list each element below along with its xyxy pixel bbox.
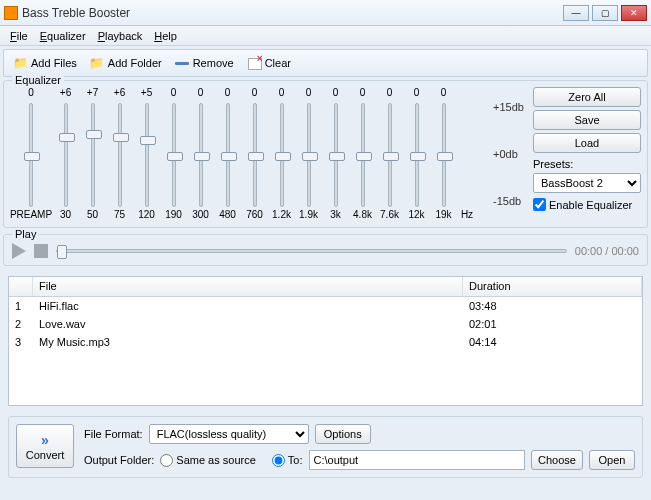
row-index: 1 — [9, 299, 33, 313]
menu-file[interactable]: File — [4, 28, 34, 44]
remove-button[interactable]: Remove — [170, 53, 238, 73]
eq-slider[interactable] — [307, 103, 311, 207]
preset-select[interactable]: BassBoost 2 — [533, 173, 641, 193]
remove-label: Remove — [193, 57, 234, 69]
eq-value: +6 — [114, 87, 125, 101]
presets-label: Presets: — [533, 158, 641, 170]
eq-band-1.2k: 01.2k — [268, 87, 295, 223]
preamp-label: PREAMP — [10, 209, 52, 223]
eq-freq: 75 — [114, 209, 125, 223]
eq-slider[interactable] — [253, 103, 257, 207]
preamp-value: 0 — [28, 87, 34, 101]
eq-value: +7 — [87, 87, 98, 101]
eq-freq: 7.6k — [380, 209, 399, 223]
eq-slider[interactable] — [280, 103, 284, 207]
clear-icon — [246, 55, 262, 71]
close-button[interactable]: ✕ — [621, 5, 647, 21]
eq-freq: 300 — [192, 209, 209, 223]
eq-band-3k: 03k — [322, 87, 349, 223]
eq-freq: 30 — [60, 209, 71, 223]
eq-slider[interactable] — [361, 103, 365, 207]
table-row[interactable]: 1HiFi.flac03:48 — [9, 297, 642, 315]
eq-slider[interactable] — [388, 103, 392, 207]
eq-value: 0 — [387, 87, 393, 101]
col-duration[interactable]: Duration — [463, 277, 642, 296]
titlebar: Bass Treble Booster — ▢ ✕ — [0, 0, 651, 26]
table-row[interactable]: 3My Music.mp304:14 — [9, 333, 642, 351]
file-list: File Duration 1HiFi.flac03:482Love.wav02… — [8, 276, 643, 406]
eq-freq: 120 — [138, 209, 155, 223]
eq-freq: 4.8k — [353, 209, 372, 223]
eq-slider[interactable] — [442, 103, 446, 207]
stop-button[interactable] — [34, 244, 48, 258]
eq-sliders: 0 PREAMP +630+750+675+512001900300048007… — [10, 87, 493, 223]
file-list-header: File Duration — [9, 277, 642, 297]
eq-value: 0 — [279, 87, 285, 101]
row-file: HiFi.flac — [33, 299, 463, 313]
eq-band-120: +5120 — [133, 87, 160, 223]
eq-slider[interactable] — [91, 103, 95, 207]
play-button[interactable] — [12, 243, 26, 259]
eq-band-19k: 019k — [430, 87, 457, 223]
eq-band-480: 0480 — [214, 87, 241, 223]
table-row[interactable]: 2Love.wav02:01 — [9, 315, 642, 333]
menubar: File Equalizer Playback Help — [0, 26, 651, 46]
eq-band-75: +675 — [106, 87, 133, 223]
convert-label: Convert — [26, 449, 65, 461]
convert-button[interactable]: » Convert — [16, 424, 74, 468]
window-title: Bass Treble Booster — [22, 6, 563, 20]
play-panel: Play 00:00 / 00:00 — [3, 234, 648, 266]
menu-help[interactable]: Help — [148, 28, 183, 44]
eq-value: 0 — [333, 87, 339, 101]
eq-value: 0 — [306, 87, 312, 101]
load-button[interactable]: Load — [533, 133, 641, 153]
menu-equalizer[interactable]: Equalizer — [34, 28, 92, 44]
toolbar: 📁 Add Files 📁 Add Folder Remove Clear — [3, 49, 648, 77]
eq-slider[interactable] — [334, 103, 338, 207]
same-as-source-radio[interactable]: Same as source — [160, 454, 255, 467]
eq-slider[interactable] — [118, 103, 122, 207]
convert-panel: » Convert File Format: FLAC(lossless qua… — [8, 416, 643, 478]
eq-slider[interactable] — [415, 103, 419, 207]
add-folder-label: Add Folder — [108, 57, 162, 69]
eq-value: 0 — [171, 87, 177, 101]
open-button[interactable]: Open — [589, 450, 635, 470]
eq-slider[interactable] — [226, 103, 230, 207]
eq-freq: 1.2k — [272, 209, 291, 223]
zero-all-button[interactable]: Zero All — [533, 87, 641, 107]
eq-slider[interactable] — [199, 103, 203, 207]
time-display: 00:00 / 00:00 — [575, 245, 639, 257]
add-files-label: Add Files — [31, 57, 77, 69]
eq-freq: 480 — [219, 209, 236, 223]
row-index: 3 — [9, 335, 33, 349]
output-path-input[interactable] — [309, 450, 526, 470]
clear-button[interactable]: Clear — [242, 53, 295, 73]
maximize-button[interactable]: ▢ — [592, 5, 618, 21]
equalizer-label: Equalizer — [12, 74, 64, 86]
play-label: Play — [12, 228, 39, 240]
row-index: 2 — [9, 317, 33, 331]
enable-equalizer-checkbox[interactable]: Enable Equalizer — [533, 198, 641, 211]
eq-slider[interactable] — [172, 103, 176, 207]
minimize-button[interactable]: — — [563, 5, 589, 21]
col-file[interactable]: File — [33, 277, 463, 296]
seek-slider[interactable] — [56, 249, 567, 253]
menu-playback[interactable]: Playback — [92, 28, 149, 44]
save-button[interactable]: Save — [533, 110, 641, 130]
db-bot: -15db — [493, 195, 529, 207]
output-folder-label: Output Folder: — [84, 454, 154, 466]
eq-freq: 760 — [246, 209, 263, 223]
eq-value: +5 — [141, 87, 152, 101]
folder-plus-icon: 📁 — [12, 55, 28, 71]
eq-slider[interactable] — [145, 103, 149, 207]
preamp-slider[interactable] — [29, 103, 33, 207]
enable-equalizer-input[interactable] — [533, 198, 546, 211]
options-button[interactable]: Options — [315, 424, 371, 444]
add-files-button[interactable]: 📁 Add Files — [8, 53, 81, 73]
to-radio[interactable]: To: — [272, 454, 303, 467]
choose-button[interactable]: Choose — [531, 450, 583, 470]
file-format-select[interactable]: FLAC(lossless quality) — [149, 424, 309, 444]
add-folder-button[interactable]: 📁 Add Folder — [85, 53, 166, 73]
eq-slider[interactable] — [64, 103, 68, 207]
row-duration: 02:01 — [463, 317, 642, 331]
